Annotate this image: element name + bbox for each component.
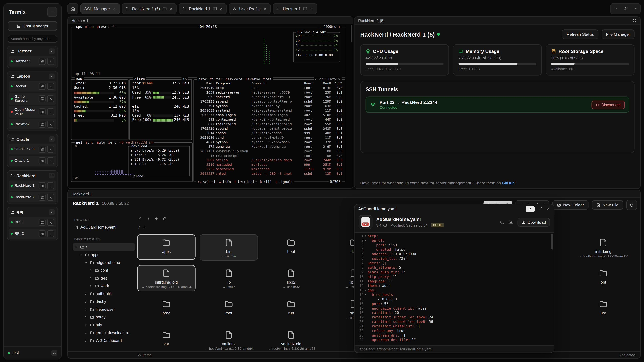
host-terminal-button[interactable] [47, 157, 54, 164]
tree-item[interactable]: work [72, 282, 135, 290]
new-folder-button[interactable]: New Folder [552, 200, 589, 210]
group-header[interactable]: Laptop [8, 72, 56, 80]
tree-item[interactable]: noray [72, 313, 135, 321]
refresh-status-button[interactable]: Refresh Status [562, 29, 598, 39]
file-manager-button[interactable]: File Manager [602, 29, 634, 39]
expand-tabs-button[interactable] [630, 4, 640, 13]
host-row[interactable]: Oracle Sam [8, 144, 56, 154]
host-search-input[interactable] [8, 35, 57, 42]
close-button[interactable] [546, 207, 550, 211]
tree-item[interactable]: adguardhome [72, 259, 135, 267]
nav-up-button[interactable] [153, 216, 160, 222]
host-file-manager-button[interactable] [38, 194, 46, 201]
host-row[interactable]: Proxmox [8, 119, 56, 129]
tree-chevron-icon[interactable] [84, 292, 88, 295]
group-collapse-button[interactable] [49, 210, 54, 215]
close-icon[interactable] [112, 7, 116, 10]
tab-hetzner-1[interactable]: Hetzner 1 [272, 3, 317, 14]
sidebar-footer-host[interactable]: test [4, 347, 61, 359]
tab-ssh-manager[interactable]: SSH Manager [80, 3, 120, 14]
file-tile[interactable]: run [262, 296, 320, 322]
file-tile[interactable]: root [200, 296, 258, 322]
host-terminal-button[interactable] [47, 182, 54, 189]
new-file-button[interactable]: New File [592, 200, 623, 210]
disconnect-button[interactable]: Disconnect [592, 100, 625, 109]
file-tile[interactable]: bin → usr/bin [200, 234, 258, 261]
edit-toggle-button[interactable] [526, 206, 535, 212]
file-tile[interactable]: boot [262, 234, 320, 260]
host-file-manager-button[interactable] [38, 219, 46, 226]
host-row[interactable]: RPI 1 [8, 217, 56, 227]
tree-chevron-icon[interactable] [89, 276, 93, 280]
tree-chevron-icon[interactable] [84, 316, 88, 319]
group-collapse-button[interactable] [49, 48, 54, 54]
terminal-scrollbar[interactable] [351, 25, 352, 42]
tunnel-row[interactable]: Port 22 → RackNerd 2:2244 Connected Disc… [366, 96, 629, 113]
host-terminal-button[interactable] [47, 121, 54, 128]
refresh-icon[interactable] [632, 18, 636, 22]
host-terminal-button[interactable] [47, 83, 54, 90]
tab-racknerd-1-5[interactable]: RackNerd 1 (5) [122, 3, 176, 14]
host-file-manager-button[interactable] [38, 83, 46, 90]
host-file-manager-button[interactable] [38, 121, 46, 128]
tab-user-profile[interactable]: User Profile [229, 3, 270, 14]
footer-collapse-button[interactable] [51, 350, 57, 356]
tree-chevron-icon[interactable] [84, 308, 88, 311]
edit-path-icon[interactable] [142, 226, 146, 229]
tree-chevron-icon[interactable] [84, 339, 88, 342]
host-row[interactable]: Oracle 1 [8, 156, 56, 166]
host-terminal-button[interactable] [47, 219, 54, 226]
file-tile[interactable]: opt [574, 265, 632, 291]
close-icon[interactable] [220, 7, 223, 10]
host-file-manager-button[interactable] [38, 95, 46, 102]
group-collapse-button[interactable] [49, 173, 54, 179]
tree-chevron-icon[interactable] [89, 284, 93, 288]
split-view-icon[interactable] [162, 6, 166, 10]
terminal[interactable]: cpu menu preset * 04:20:58 - 2000ms + [68, 24, 353, 188]
file-tile[interactable]: vmlinuz → boot/vmlinuz-6.1.0-39-amd64 [200, 327, 258, 351]
split-view-icon[interactable] [303, 6, 307, 10]
expand-button[interactable] [538, 207, 542, 211]
tree-item[interactable]: filebrowser [72, 305, 135, 313]
host-terminal-button[interactable] [47, 95, 54, 102]
file-tile[interactable]: vmlinuz.old → boot/vmlinuz-6.1.0-26-amd6… [262, 327, 320, 351]
tree-chevron-icon[interactable] [84, 300, 88, 303]
tools-button[interactable] [620, 4, 630, 13]
host-terminal-button[interactable] [47, 194, 54, 201]
host-terminal-button[interactable] [47, 58, 54, 65]
tree-item[interactable]: test [72, 274, 135, 282]
recent-file-item[interactable]: AdGuardHome.yaml [72, 223, 135, 231]
tree-item[interactable]: apps [72, 251, 135, 259]
host-file-manager-button[interactable] [38, 146, 46, 153]
tree-item[interactable]: / [72, 243, 135, 251]
tree-chevron-icon[interactable] [79, 253, 83, 256]
split-view-icon[interactable] [213, 6, 217, 10]
host-file-manager-button[interactable] [38, 108, 46, 115]
host-row[interactable]: RackNerd 2 [8, 192, 56, 202]
file-tile[interactable]: var [137, 327, 196, 351]
host-row[interactable]: Game Servers [8, 92, 56, 105]
file-tile[interactable]: usr [574, 296, 632, 322]
file-tile[interactable]: proc [137, 296, 196, 322]
group-collapse-button[interactable] [49, 136, 54, 142]
group-header[interactable]: RackNerd [8, 172, 56, 179]
close-icon[interactable] [263, 7, 267, 10]
file-tile[interactable]: lib → usr/lib [200, 265, 258, 292]
keyboard-icon[interactable] [508, 220, 513, 224]
tree-chevron-icon[interactable] [74, 245, 78, 249]
nav-forward-button[interactable] [145, 216, 152, 222]
group-header[interactable]: Hetzner [8, 47, 56, 55]
host-row[interactable]: Open Media Vault [8, 106, 56, 118]
preview-header[interactable]: AdGuardHome.yaml [354, 204, 554, 214]
host-terminal-button[interactable] [47, 108, 54, 115]
search-in-file-icon[interactable] [500, 220, 504, 224]
tree-chevron-icon[interactable] [89, 269, 93, 272]
host-terminal-button[interactable] [47, 146, 54, 153]
group-header[interactable]: RPI [8, 209, 56, 216]
tree-item[interactable]: termix-download-a... [72, 329, 135, 337]
tree-chevron-icon[interactable] [84, 331, 88, 334]
tab-home[interactable] [68, 3, 78, 14]
host-terminal-button[interactable] [47, 230, 54, 237]
close-icon[interactable] [169, 7, 173, 10]
file-tile[interactable]: initrd.img.old → boot/initrd.img-6.1.0-2… [137, 265, 196, 292]
